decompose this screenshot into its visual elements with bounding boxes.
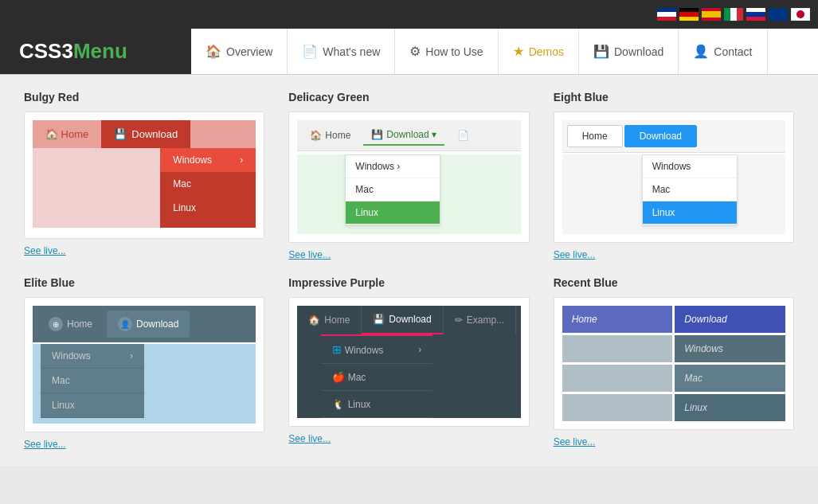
recent-spacer-3 bbox=[562, 394, 673, 421]
demo-card-elite-blue: Elite Blue ⊕ Home 👤 Download Windows › M… bbox=[24, 276, 264, 450]
demo-card-impressive-purple: Impressive Purple 🏠 Home 💾 Download ✏ Ex… bbox=[288, 276, 529, 450]
bulgy-linux-item[interactable]: Linux bbox=[160, 196, 256, 220]
doc-icon: 📄 bbox=[302, 44, 318, 59]
recent-spacer-2 bbox=[562, 365, 673, 392]
flag-es[interactable] bbox=[702, 8, 721, 21]
elite-dl-icon: 👤 bbox=[118, 317, 132, 331]
imp-win-icon: ⊞ bbox=[332, 343, 342, 356]
elite-submenu: Windows › Mac Linux bbox=[41, 344, 144, 418]
bulgy-home-btn[interactable]: 🏠 Home bbox=[33, 120, 101, 148]
demos-grid: Bulgy Red 🏠 Home 💾 Download W bbox=[24, 91, 794, 450]
flag-it[interactable] bbox=[724, 8, 743, 21]
bulgy-mac-item[interactable]: Mac bbox=[160, 172, 256, 196]
demo-preview-delicacy-green: 🏠 Home 💾 Download ▾ 📄 Windows › Mac Linu… bbox=[288, 111, 529, 243]
nav-demos[interactable]: ★ Demos bbox=[499, 29, 579, 74]
bulgy-home-icon: 🏠 bbox=[45, 128, 58, 140]
eight-linux-item[interactable]: Linux bbox=[643, 201, 737, 225]
imp-submenu: ⊞ Windows › 🍎 Mac 🐧 Linux bbox=[321, 334, 432, 418]
imp-apple-icon: 🍎 bbox=[332, 371, 345, 383]
eight-top-nav: Home Download bbox=[562, 120, 785, 153]
imp-mac-item[interactable]: 🍎 Mac bbox=[321, 364, 432, 391]
elite-windows-item[interactable]: Windows › bbox=[41, 344, 144, 369]
recent-mac-item[interactable]: Mac bbox=[675, 365, 785, 392]
header: CSS3Menu 🏠 Overview 📄 What's new ⚙ How t… bbox=[0, 29, 818, 75]
imp-dl-icon: 💾 bbox=[373, 314, 385, 325]
del-windows-item[interactable]: Windows › bbox=[346, 155, 440, 178]
del-top-nav: 🏠 Home 💾 Download ▾ 📄 bbox=[297, 120, 520, 151]
nav-how-to-use-label: How to Use bbox=[425, 45, 483, 58]
demo-title-bulgy-red: Bulgy Red bbox=[24, 91, 264, 104]
demo-title-eight-blue: Eight Blue bbox=[554, 91, 794, 104]
gear-icon: ⚙ bbox=[409, 44, 421, 59]
del-mac-item[interactable]: Mac bbox=[346, 178, 440, 201]
eight-home-btn[interactable]: Home bbox=[567, 125, 623, 147]
floppy-icon: 💾 bbox=[593, 44, 609, 59]
elite-home-btn[interactable]: ⊕ Home bbox=[37, 311, 104, 338]
nav-whats-new-label: What's new bbox=[323, 45, 380, 58]
recent-home-btn[interactable]: Home bbox=[562, 306, 673, 333]
demo-title-delicacy-green: Delicacy Green bbox=[288, 91, 529, 104]
recent-spacer-1 bbox=[562, 335, 673, 362]
del-home-btn[interactable]: 🏠 Home bbox=[302, 125, 358, 146]
imp-home-btn[interactable]: 🏠 Home bbox=[297, 306, 362, 334]
recent-download-btn[interactable]: Download bbox=[675, 306, 785, 333]
elite-linux-item[interactable]: Linux bbox=[41, 393, 144, 418]
eight-see-live[interactable]: See live... bbox=[554, 249, 596, 260]
nav-whats-new[interactable]: 📄 What's new bbox=[288, 29, 395, 74]
person-icon: 👤 bbox=[693, 44, 709, 59]
eight-submenu: Windows Mac Linux bbox=[642, 154, 738, 225]
star-icon: ★ bbox=[513, 44, 524, 59]
bulgy-download-btn[interactable]: 💾 Download bbox=[101, 120, 190, 148]
del-linux-item[interactable]: Linux bbox=[346, 201, 440, 225]
imp-linux-icon: 🐧 bbox=[332, 398, 345, 410]
flag-fi[interactable] bbox=[769, 8, 788, 21]
bulgy-nav: 🏠 Home 💾 Download Windows › Mac Linux bbox=[33, 120, 256, 228]
logo-highlight: Menu bbox=[73, 39, 127, 64]
imp-top-nav: 🏠 Home 💾 Download ✏ Examp... bbox=[297, 306, 520, 334]
demo-card-delicacy-green: Delicacy Green 🏠 Home 💾 Download ▾ 📄 W bbox=[288, 91, 529, 260]
flag-uk[interactable] bbox=[657, 8, 676, 21]
eight-mac-item[interactable]: Mac bbox=[643, 178, 737, 201]
recent-see-live[interactable]: See live... bbox=[554, 436, 596, 447]
flag-jp[interactable] bbox=[791, 8, 810, 21]
impressive-see-live[interactable]: See live... bbox=[288, 433, 331, 444]
recent-linux-item[interactable]: Linux bbox=[675, 394, 785, 421]
nav-download-label: Download bbox=[614, 45, 663, 58]
bulgy-floppy-icon: 💾 bbox=[114, 128, 127, 140]
imp-edit-icon: ✏ bbox=[455, 315, 463, 326]
elite-mac-item[interactable]: Mac bbox=[41, 369, 144, 393]
nav-overview[interactable]: 🏠 Overview bbox=[191, 29, 288, 74]
main-content: Bulgy Red 🏠 Home 💾 Download W bbox=[0, 75, 818, 466]
recent-windows-item[interactable]: Windows bbox=[675, 335, 785, 362]
delicacy-see-live[interactable]: See live... bbox=[288, 249, 331, 260]
flag-ru[interactable] bbox=[746, 8, 765, 21]
del-doc-icon: 📄 bbox=[457, 130, 469, 141]
home-icon: 🏠 bbox=[205, 44, 221, 59]
demo-preview-impressive-purple: 🏠 Home 💾 Download ✏ Examp... ⊞ Windows › bbox=[288, 297, 529, 427]
demo-title-elite-blue: Elite Blue bbox=[24, 276, 264, 289]
del-download-btn[interactable]: 💾 Download ▾ bbox=[363, 125, 444, 146]
flag-de[interactable] bbox=[679, 8, 699, 21]
bulgy-see-live[interactable]: See live... bbox=[24, 245, 66, 256]
elite-see-live[interactable]: See live... bbox=[24, 439, 66, 450]
imp-windows-item[interactable]: ⊞ Windows › bbox=[321, 336, 432, 364]
bulgy-windows-item[interactable]: Windows › bbox=[160, 148, 256, 172]
imp-download-btn[interactable]: 💾 Download bbox=[362, 306, 443, 334]
eight-windows-item[interactable]: Windows bbox=[643, 155, 737, 178]
elite-download-btn[interactable]: 👤 Download bbox=[107, 311, 190, 338]
demo-card-recent-blue: Recent Blue Home Download Windows Mac Li… bbox=[554, 276, 794, 450]
nav-how-to-use[interactable]: ⚙ How to Use bbox=[395, 29, 498, 74]
demo-card-bulgy-red: Bulgy Red 🏠 Home 💾 Download W bbox=[24, 91, 264, 260]
demo-card-eight-blue: Eight Blue Home Download Windows Mac Lin… bbox=[554, 91, 794, 260]
imp-home-icon: 🏠 bbox=[308, 315, 320, 326]
del-floppy-icon: 💾 bbox=[371, 129, 383, 140]
nav-contact[interactable]: 👤 Contact bbox=[679, 29, 767, 74]
demo-title-impressive-purple: Impressive Purple bbox=[288, 276, 529, 289]
nav-download[interactable]: 💾 Download bbox=[579, 29, 679, 74]
eight-download-btn[interactable]: Download bbox=[624, 125, 697, 147]
elite-home-icon: ⊕ bbox=[49, 317, 63, 331]
del-doc-btn[interactable]: 📄 bbox=[449, 125, 477, 146]
imp-linux-item[interactable]: 🐧 Linux bbox=[321, 391, 432, 418]
imp-example-btn[interactable]: ✏ Examp... bbox=[444, 306, 516, 334]
main-nav: 🏠 Overview 📄 What's new ⚙ How to Use ★ D… bbox=[191, 29, 818, 74]
